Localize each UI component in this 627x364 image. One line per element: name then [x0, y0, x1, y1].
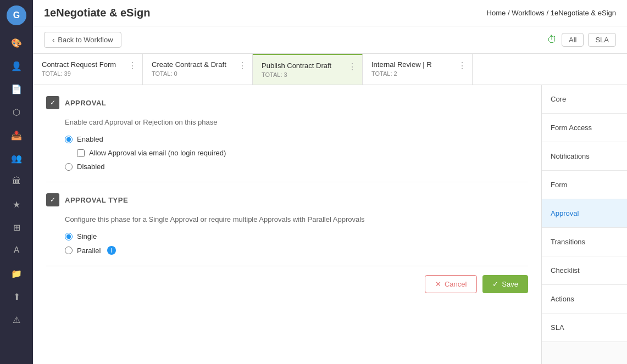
right-panel-form-access[interactable]: Form Access	[542, 114, 627, 142]
breadcrumb: Home / Workflows / 1eNegotiate & eSign	[487, 9, 616, 17]
tab-menu-icon-3[interactable]: ⋮	[348, 61, 357, 72]
parallel-approval-radio[interactable]	[65, 247, 73, 254]
sidebar-icon-team[interactable]: 👥	[7, 148, 26, 168]
sla-controls: ⏱ All SLA	[547, 33, 616, 47]
breadcrumb-current: 1eNegotiate & eSign	[551, 9, 616, 17]
tab-menu-icon-1[interactable]: ⋮	[128, 60, 137, 71]
right-panel: Core Form Access Notifications Form Appr…	[542, 85, 627, 364]
single-approval-label: Single	[77, 232, 97, 240]
tab-title-3: Publish Contract Draft	[262, 61, 353, 70]
parallel-approval-label: Parallel	[77, 247, 101, 255]
sidebar-icon-users[interactable]: 👤	[7, 56, 26, 76]
right-panel-core[interactable]: Core	[542, 85, 627, 114]
approval-enabled-option[interactable]: Enabled	[65, 135, 528, 143]
save-button[interactable]: ✓ Save	[482, 275, 528, 293]
tab-menu-icon-4[interactable]: ⋮	[458, 60, 467, 71]
sidebar-icon-inbox[interactable]: 📥	[7, 125, 26, 145]
parallel-approval-option[interactable]: Parallel i	[65, 246, 528, 255]
single-approval-option[interactable]: Single	[65, 232, 528, 240]
toolbar: ‹ Back to Workflow ⏱ All SLA	[33, 26, 627, 54]
tab-contract-request-form[interactable]: Contract Request Form TOTAL: 39 ⋮	[33, 54, 143, 85]
main-content: 1eNegotiate & eSign Home / Workflows / 1…	[33, 0, 627, 364]
save-check-icon: ✓	[492, 280, 498, 288]
sla-button[interactable]: SLA	[588, 33, 616, 47]
clock-icon: ⏱	[547, 34, 557, 46]
approval-enabled-label: Enabled	[77, 135, 103, 143]
sidebar-icon-bank[interactable]: 🏛	[7, 171, 26, 191]
right-panel-approval[interactable]: Approval	[542, 199, 627, 228]
parallel-info-icon[interactable]: i	[107, 246, 116, 255]
tab-title-1: Contract Request Form	[42, 60, 134, 69]
breadcrumb-home[interactable]: Home	[487, 9, 506, 17]
approval-enabled-radio[interactable]	[65, 136, 73, 143]
sidebar-icon-star[interactable]: ★	[7, 194, 26, 214]
approval-icon: ✓	[46, 96, 59, 109]
page-title: 1eNegotiate & eSign	[44, 7, 150, 19]
approval-disabled-label: Disabled	[77, 163, 105, 171]
right-panel-notifications[interactable]: Notifications	[542, 142, 627, 171]
workflow-tabs: Contract Request Form TOTAL: 39 ⋮ Create…	[33, 54, 627, 85]
approval-disabled-radio[interactable]	[65, 163, 73, 171]
breadcrumb-workflows[interactable]: Workflows	[512, 9, 545, 17]
email-approval-checkbox-item[interactable]: Allow Approval via email (no login requi…	[77, 149, 528, 157]
approval-radio-group: Enabled Allow Approval via email (no log…	[46, 135, 528, 171]
approval-disabled-option[interactable]: Disabled	[65, 163, 528, 171]
main-panel: ✓ APPROVAL Enable card Approval or Rejec…	[33, 85, 542, 364]
sidebar-icon-dashboard[interactable]: 🎨	[7, 33, 26, 53]
email-approval-checkbox[interactable]	[77, 149, 85, 157]
cancel-x-icon: ✕	[435, 280, 441, 288]
email-approval-label: Allow Approval via email (no login requi…	[89, 149, 226, 157]
approval-section-header: ✓ APPROVAL	[46, 96, 528, 109]
sidebar-icon-warning[interactable]: ⚠	[7, 310, 26, 329]
section-divider	[46, 182, 528, 182]
approval-type-section-title: APPROVAL TYPE	[65, 196, 128, 204]
right-panel-checklist[interactable]: Checklist	[542, 256, 627, 285]
sidebar-icon-documents[interactable]: 📄	[7, 79, 26, 99]
tab-total-2: TOTAL: 0	[152, 70, 243, 77]
content-area: ✓ APPROVAL Enable card Approval or Rejec…	[33, 85, 627, 364]
sidebar-icon-layers[interactable]: ⬡	[7, 102, 26, 122]
back-button-label: Back to Workflow	[58, 36, 113, 44]
back-chevron-icon: ‹	[52, 36, 54, 44]
cancel-label: Cancel	[445, 280, 467, 288]
right-panel-form[interactable]: Form	[542, 171, 627, 199]
right-panel-actions[interactable]: Actions	[542, 285, 627, 313]
back-to-workflow-button[interactable]: ‹ Back to Workflow	[44, 32, 121, 48]
tab-total-3: TOTAL: 3	[262, 71, 353, 78]
page-header: 1eNegotiate & eSign Home / Workflows / 1…	[33, 0, 627, 26]
sidebar: G 🎨 👤 📄 ⬡ 📥 👥 🏛 ★ ⊞ A 📁 ⬆ ⚠	[0, 0, 33, 364]
approval-type-section-header: ✓ APPROVAL TYPE	[46, 193, 528, 206]
sidebar-icon-folder[interactable]: 📁	[7, 264, 26, 283]
tab-create-contract-draft[interactable]: Create Contract & Draft TOTAL: 0 ⋮	[143, 54, 253, 85]
sidebar-icon-text[interactable]: A	[7, 240, 26, 260]
cancel-button[interactable]: ✕ Cancel	[425, 275, 477, 293]
right-panel-transitions[interactable]: Transitions	[542, 228, 627, 256]
right-panel-sla[interactable]: SLA	[542, 313, 627, 342]
sidebar-logo: G	[7, 5, 26, 25]
sidebar-icon-upload[interactable]: ⬆	[7, 287, 26, 306]
all-button[interactable]: All	[562, 33, 584, 47]
approval-section-title: APPROVAL	[65, 99, 106, 107]
tab-menu-icon-2[interactable]: ⋮	[238, 60, 247, 71]
tab-title-2: Create Contract & Draft	[152, 60, 243, 69]
single-approval-radio[interactable]	[65, 233, 73, 240]
approval-description: Enable card Approval or Rejection on thi…	[46, 118, 528, 126]
tab-internal-review[interactable]: Internal Review | R TOTAL: 2 ⋮	[363, 54, 473, 85]
tab-total-4: TOTAL: 2	[371, 70, 463, 77]
approval-type-radio-group: Single Parallel i	[46, 232, 528, 255]
save-label: Save	[502, 280, 518, 288]
approval-type-description: Configure this phase for a Single Approv…	[46, 215, 528, 223]
approval-type-icon: ✓	[46, 193, 59, 206]
tab-title-4: Internal Review | R	[371, 60, 463, 69]
action-bar: ✕ Cancel ✓ Save	[46, 266, 528, 293]
sidebar-icon-grid[interactable]: ⊞	[7, 217, 26, 237]
tab-total-1: TOTAL: 39	[42, 70, 134, 77]
tab-publish-contract-draft[interactable]: Publish Contract Draft TOTAL: 3 ⋮	[253, 54, 363, 85]
